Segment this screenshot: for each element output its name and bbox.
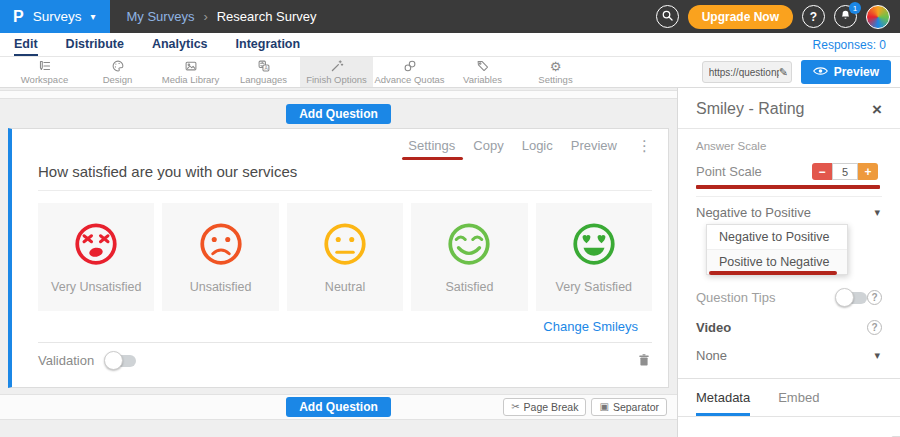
question-title-divider	[38, 190, 652, 191]
point-scale-label: Point Scale	[696, 164, 762, 179]
question-card-tabs: Settings Copy Logic Preview ⋮	[38, 137, 652, 155]
toolbar-item-design[interactable]: Design	[81, 57, 154, 87]
add-question-strip: Add Question ✂ Page Break ▣ Separator	[0, 394, 677, 420]
app-root: P Surveys ▾ My Surveys › Research Survey…	[0, 0, 900, 437]
page-break-button[interactable]: ✂ Page Break	[503, 398, 586, 416]
chevron-separator-icon: ›	[203, 9, 207, 24]
nav-tab-edit[interactable]: Edit	[14, 33, 38, 56]
question-tab-settings[interactable]: Settings	[408, 138, 455, 155]
question-tips-row: Question Tips ?	[696, 290, 882, 305]
panel-tab-embed[interactable]: Embed	[778, 390, 819, 416]
smiley-option-very-satisfied[interactable]: Very Satisfied	[536, 203, 652, 311]
edit-url-pencil-icon[interactable]: ✎	[779, 66, 788, 79]
survey-editor-column: Add Question Settings Copy Logic Preview…	[0, 88, 677, 437]
question-more-menu-icon[interactable]: ⋮	[637, 137, 652, 155]
responses-count[interactable]: Responses: 0	[813, 33, 886, 56]
validation-label: Validation	[38, 353, 94, 368]
toolbar-item-finish-options[interactable]: Finish Options	[300, 57, 373, 87]
dropdown-option-positive-to-negative[interactable]: Positive to Negative	[707, 249, 847, 274]
notifications-button[interactable]: 1	[834, 5, 857, 28]
scale-direction-selected: Negative to Positive	[696, 205, 811, 220]
smiley-very-satisfied-icon	[570, 220, 618, 272]
user-avatar[interactable]	[866, 5, 890, 29]
question-tab-copy[interactable]: Copy	[473, 138, 503, 155]
add-question-button-bottom[interactable]: Add Question	[286, 397, 391, 417]
question-tips-help-icon[interactable]: ?	[867, 290, 882, 305]
close-panel-icon[interactable]: ×	[872, 101, 882, 118]
trash-icon	[636, 354, 652, 371]
video-label: Video	[696, 320, 731, 335]
product-switcher[interactable]: P Surveys ▾	[0, 0, 110, 33]
help-button[interactable]: ?	[802, 5, 825, 28]
smiley-option-unsatisfied[interactable]: Unsatisfied	[162, 203, 278, 311]
panel-tab-metadata[interactable]: Metadata	[696, 390, 750, 416]
question-tips-toggle[interactable]	[837, 292, 867, 304]
translate-icon: A	[257, 59, 271, 73]
toolbar-item-media-library[interactable]: Media Library	[154, 57, 227, 87]
question-tab-logic[interactable]: Logic	[522, 138, 553, 155]
question-tab-preview[interactable]: Preview	[571, 138, 617, 155]
search-button[interactable]	[656, 5, 679, 28]
smiley-option-neutral[interactable]: Neutral	[287, 203, 403, 311]
survey-nav: Edit Distribute Analytics Integration Re…	[0, 33, 900, 57]
point-scale-row: Point Scale − 5 +	[696, 163, 882, 189]
edit-toolbar: Workspace Design Media Library A Languag…	[0, 57, 900, 88]
report-label-input[interactable]	[696, 432, 877, 437]
video-select[interactable]: None ▾	[696, 348, 882, 363]
add-question-button-top[interactable]: Add Question	[286, 104, 391, 124]
strip-actions: ✂ Page Break ▣ Separator	[503, 398, 667, 416]
eye-icon	[813, 65, 828, 79]
panel-divider-top	[678, 128, 900, 129]
panel-title: Smiley - Rating	[696, 100, 804, 118]
survey-url-box: ✎	[702, 61, 792, 83]
survey-url-input[interactable]	[709, 67, 779, 78]
toolbar-item-workspace[interactable]: Workspace	[8, 57, 81, 87]
delete-question-button[interactable]	[636, 352, 652, 369]
smiley-satisfied-icon	[445, 220, 493, 272]
nav-tab-integration[interactable]: Integration	[236, 33, 301, 56]
dropdown-option-negative-to-positive[interactable]: Negative to Positive	[707, 225, 847, 249]
caret-down-icon: ▾	[874, 206, 880, 219]
workspace-icon	[38, 59, 52, 73]
toolbar-item-variables[interactable]: Variables	[446, 57, 519, 87]
upgrade-now-button[interactable]: Upgrade Now	[688, 5, 793, 29]
breadcrumb-my-surveys[interactable]: My Surveys	[126, 9, 194, 24]
video-help-icon[interactable]: ?	[867, 320, 882, 335]
nav-tab-distribute[interactable]: Distribute	[66, 33, 124, 56]
scissors-icon: ✂	[511, 402, 519, 412]
point-scale-decrease-button[interactable]: −	[812, 163, 832, 180]
toolbar-item-advance-quotas[interactable]: Advance Quotas	[373, 57, 446, 87]
search-icon	[661, 9, 674, 25]
question-settings-panel: Smiley - Rating × Answer Scale Point Sca…	[677, 88, 900, 437]
video-row: Video ?	[696, 320, 882, 335]
toolbar-item-settings[interactable]: ⚙ Settings	[519, 57, 592, 87]
chain-links-icon	[403, 59, 417, 73]
separator-button[interactable]: ▣ Separator	[591, 398, 667, 416]
panel-tabs: Metadata Embed	[678, 379, 900, 417]
caret-down-icon: ▾	[90, 12, 95, 22]
point-scale-increase-button[interactable]: +	[858, 163, 878, 180]
caret-down-icon: ▾	[874, 349, 880, 362]
validation-toggle[interactable]	[106, 355, 136, 367]
question-title[interactable]: How satisfied are you with our services	[38, 163, 652, 180]
header-actions: Upgrade Now ? 1	[656, 5, 900, 29]
change-smileys-link[interactable]: Change Smileys	[543, 319, 638, 334]
scale-direction-dropdown: Negative to Positive Positive to Negativ…	[706, 224, 848, 275]
breadcrumb: My Surveys › Research Survey	[126, 9, 316, 24]
surveys-menu-label: Surveys	[33, 9, 82, 24]
smiley-option-very-unsatisfied[interactable]: Very Unsatisfied	[38, 203, 154, 311]
content-area: Add Question Settings Copy Logic Preview…	[0, 88, 900, 437]
tag-icon	[476, 59, 490, 73]
scale-direction-select[interactable]: Negative to Positive ▾	[696, 196, 882, 220]
breadcrumb-current: Research Survey	[217, 9, 317, 24]
video-selected-value: None	[696, 348, 727, 363]
notification-badge: 1	[849, 2, 861, 14]
smiley-option-satisfied[interactable]: Satisfied	[411, 203, 527, 311]
top-header: P Surveys ▾ My Surveys › Research Survey…	[0, 0, 900, 33]
toolbar-item-languages[interactable]: A Languages	[227, 57, 300, 87]
answer-scale-label: Answer Scale	[696, 140, 882, 152]
palette-icon	[111, 59, 125, 73]
nav-tab-analytics[interactable]: Analytics	[152, 33, 208, 56]
smiley-very-unsatisfied-icon	[72, 220, 120, 272]
preview-button[interactable]: Preview	[801, 60, 891, 84]
